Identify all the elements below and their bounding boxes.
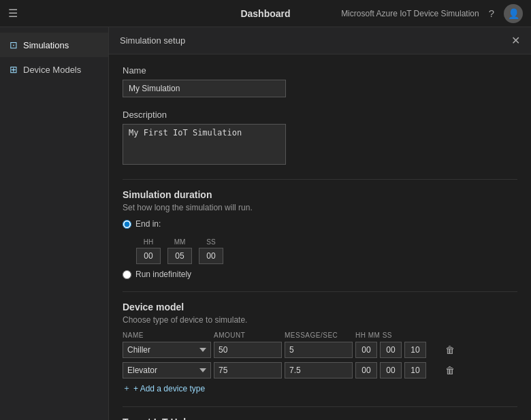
sidebar-device-models-label: Device Models xyxy=(23,65,81,75)
device-mm-input-1[interactable] xyxy=(380,362,402,378)
device-model-sub: Choose type of device to simulate. xyxy=(123,315,517,325)
device-amount-input-0[interactable] xyxy=(214,342,282,358)
main-layout: ⊡ Simulations ⊞ Device Models Simulation… xyxy=(0,27,531,420)
device-delete-button-1[interactable]: 🗑 xyxy=(440,365,460,376)
device-mm-input-0[interactable] xyxy=(380,342,402,358)
duration-ss-input[interactable] xyxy=(199,248,223,264)
topbar: ☰ Dashboard Microsoft Azure IoT Device S… xyxy=(0,0,531,27)
col-hh-mm-ss-header: HH MM SS xyxy=(355,332,437,339)
hms-labels: HH MM SS xyxy=(136,238,517,246)
device-delete-button-0[interactable]: 🗑 xyxy=(440,344,460,355)
end-in-radio-row: End in: xyxy=(123,219,517,229)
hamburger-icon[interactable]: ☰ xyxy=(8,7,18,20)
help-icon[interactable]: ? xyxy=(489,7,494,19)
hh-label: HH xyxy=(136,238,161,246)
device-duration-group-1 xyxy=(355,362,437,378)
topbar-right: Microsoft Azure IoT Device Simulation ? … xyxy=(341,4,523,23)
device-table-header: NAME AMOUNT MESSAGE/SEC HH MM SS xyxy=(123,332,517,339)
sidebar: ⊡ Simulations ⊞ Device Models xyxy=(0,27,109,420)
name-label: Name xyxy=(123,65,517,76)
table-row: Chiller Elevator Truck Engine 🗑 xyxy=(123,342,517,358)
duration-fields: HH MM SS xyxy=(136,238,517,264)
col-message-sec-header: MESSAGE/SEC xyxy=(285,332,353,339)
sidebar-simulations-label: Simulations xyxy=(23,40,69,50)
name-input[interactable] xyxy=(123,80,286,97)
run-indefinitely-label: Run indefinitely xyxy=(135,270,191,279)
sidebar-item-device-models[interactable]: ⊞ Device Models xyxy=(0,57,108,82)
col-amount-header: AMOUNT xyxy=(214,332,282,339)
device-table: NAME AMOUNT MESSAGE/SEC HH MM SS Chiller… xyxy=(123,332,517,378)
add-device-link[interactable]: ＋ + Add a device type xyxy=(123,383,517,394)
mm-label: MM xyxy=(167,238,192,246)
target-iot-hub-section: Target IoT Hub Add the connection string… xyxy=(123,417,517,420)
panel-close-button[interactable]: ✕ xyxy=(511,34,520,47)
device-model-heading: Device model xyxy=(123,302,517,312)
end-in-label: End in: xyxy=(135,219,161,229)
device-type-select-1[interactable]: Chiller Elevator Truck Engine xyxy=(123,362,211,378)
name-section: Name xyxy=(123,65,517,97)
description-input[interactable]: My First IoT Simulation xyxy=(123,124,286,165)
add-device-label: + Add a device type xyxy=(133,384,205,393)
device-models-icon: ⊞ xyxy=(10,64,18,75)
target-iot-hub-heading: Target IoT Hub xyxy=(123,417,517,420)
topbar-title: Dashboard xyxy=(240,8,290,19)
add-device-icon: ＋ xyxy=(123,383,131,394)
content-panel: Simulation setup ✕ Name Description My F… xyxy=(109,27,531,420)
duration-radio-group: End in: HH MM SS xyxy=(123,219,517,279)
device-amount-input-1[interactable] xyxy=(214,362,282,378)
avatar[interactable]: 👤 xyxy=(504,4,523,23)
hms-inputs xyxy=(136,248,517,264)
panel-header-title: Simulation setup xyxy=(120,35,185,46)
simulation-duration-section: Simulation duration Set how long the sim… xyxy=(123,189,517,279)
table-row: Chiller Elevator Truck Engine 🗑 xyxy=(123,362,517,378)
form-scroll[interactable]: Name Description My First IoT Simulation… xyxy=(109,54,531,420)
run-indefinitely-radio-row: Run indefinitely xyxy=(123,270,517,279)
col-delete-header xyxy=(440,332,460,339)
device-ss-input-0[interactable] xyxy=(404,342,426,358)
panel-header: Simulation setup ✕ xyxy=(109,27,531,54)
end-in-radio[interactable] xyxy=(123,220,131,229)
device-type-select-0[interactable]: Chiller Elevator Truck Engine xyxy=(123,342,211,358)
app-name: Microsoft Azure IoT Device Simulation xyxy=(341,9,479,18)
device-message-sec-input-1[interactable] xyxy=(285,362,353,378)
device-message-sec-input-0[interactable] xyxy=(285,342,353,358)
sidebar-item-simulations[interactable]: ⊡ Simulations xyxy=(0,33,108,57)
duration-mm-input[interactable] xyxy=(167,248,192,264)
device-ss-input-1[interactable] xyxy=(404,362,426,378)
duration-hh-input[interactable] xyxy=(136,248,161,264)
description-label: Description xyxy=(123,110,517,120)
simulations-icon: ⊡ xyxy=(10,39,18,50)
ss-label: SS xyxy=(199,238,223,246)
simulation-duration-sub: Set how long the simulation will run. xyxy=(123,203,517,212)
run-indefinitely-radio[interactable] xyxy=(123,270,131,279)
simulation-duration-heading: Simulation duration xyxy=(123,189,517,200)
description-section: Description My First IoT Simulation xyxy=(123,110,517,167)
col-name-header: NAME xyxy=(123,332,211,339)
device-model-section: Device model Choose type of device to si… xyxy=(123,302,517,394)
device-duration-group-0 xyxy=(355,342,437,358)
device-hh-input-0[interactable] xyxy=(355,342,377,358)
device-hh-input-1[interactable] xyxy=(355,362,377,378)
